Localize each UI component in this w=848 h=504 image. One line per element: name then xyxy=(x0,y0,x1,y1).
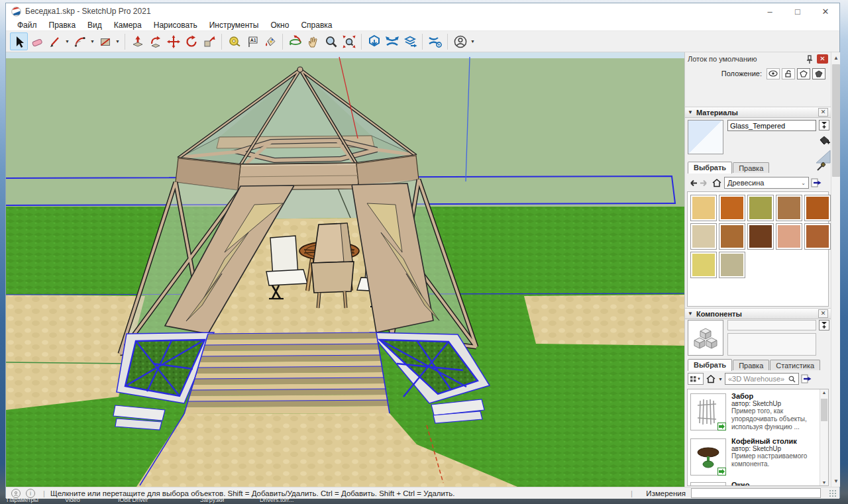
component-item-partial[interactable]: Окно xyxy=(690,481,820,486)
material-swatch[interactable] xyxy=(804,195,831,221)
material-swatch[interactable] xyxy=(690,223,717,250)
move-tool-button[interactable] xyxy=(164,32,182,50)
material-swatch[interactable] xyxy=(776,195,802,221)
materials-category-dropdown[interactable]: Древесина ⌄ xyxy=(724,177,809,189)
desktop-icon-label[interactable]: IObit Driver xyxy=(118,497,148,503)
scroll-up-icon[interactable]: ▲ xyxy=(820,390,828,395)
menu-view[interactable]: Вид xyxy=(81,21,108,30)
menu-camera[interactable]: Камера xyxy=(108,21,148,30)
details-arrow-icon[interactable] xyxy=(811,178,822,187)
tag-outline-button[interactable] xyxy=(797,68,810,79)
components-close-button[interactable]: ✕ xyxy=(818,309,828,318)
arc-tool-dropdown[interactable]: ▼ xyxy=(89,32,96,50)
minimize-button[interactable]: – xyxy=(756,3,784,19)
scroll-thumb[interactable] xyxy=(821,399,827,421)
arc-tool-button[interactable] xyxy=(71,32,89,50)
component-description-field[interactable] xyxy=(727,333,816,356)
hidden-toggle-button[interactable] xyxy=(767,68,780,79)
material-swatch[interactable] xyxy=(776,223,802,250)
zoom-tool-button[interactable] xyxy=(322,32,340,50)
component-item-coffee-table[interactable]: Кофейный столик автор: SketchUp Пример н… xyxy=(690,437,820,479)
resize-grip[interactable] xyxy=(829,489,837,497)
back-arrow-icon[interactable] xyxy=(688,179,698,187)
measurements-input[interactable] xyxy=(691,488,821,498)
account-dropdown[interactable]: ▼ xyxy=(469,32,476,50)
desktop-icon-label[interactable]: Drivers.torr... xyxy=(260,497,294,503)
sample-paint-eyedropper-button[interactable] xyxy=(815,161,827,173)
collapse-triangle-icon[interactable]: ▼ xyxy=(688,109,693,115)
forward-arrow-icon[interactable] xyxy=(700,179,710,187)
materials-close-button[interactable]: ✕ xyxy=(818,108,828,117)
text-tool-button[interactable]: A1 xyxy=(243,32,261,50)
component-item-fence[interactable]: Забор автор: SketchUp Пример того, как у… xyxy=(690,392,820,434)
lock-toggle-button[interactable] xyxy=(782,68,795,79)
share-model-button[interactable] xyxy=(383,32,401,50)
component-preview[interactable] xyxy=(688,320,723,356)
components-header[interactable]: ▼ Компоненты ✕ xyxy=(685,308,831,319)
paint-bucket-tool-button[interactable] xyxy=(261,32,279,50)
material-swatch[interactable] xyxy=(719,223,745,250)
material-swatch[interactable] xyxy=(747,195,774,221)
material-name-input[interactable] xyxy=(727,120,816,131)
menu-draw[interactable]: Нарисовать xyxy=(148,21,203,30)
pan-tool-button[interactable] xyxy=(304,32,322,50)
material-swatch[interactable] xyxy=(690,252,717,278)
scroll-down-icon[interactable]: ▼ xyxy=(820,480,828,485)
orbit-tool-button[interactable] xyxy=(286,32,304,50)
material-swatch[interactable] xyxy=(690,195,717,221)
scroll-up-icon[interactable]: ▲ xyxy=(832,54,840,62)
materials-header[interactable]: ▼ Материалы ✕ xyxy=(685,107,831,118)
desktop-icon-label[interactable]: Загрузки xyxy=(200,497,224,503)
material-swatch[interactable] xyxy=(804,223,831,250)
line-tool-dropdown[interactable]: ▼ xyxy=(64,32,71,50)
viewport-3d-scene[interactable] xyxy=(6,52,684,487)
tape-measure-tool-button[interactable] xyxy=(225,32,243,50)
view-options-button[interactable]: ▼ xyxy=(688,373,704,385)
zoom-extents-tool-button[interactable] xyxy=(340,32,358,50)
tray-scrollbar[interactable]: ▲ ▼ xyxy=(831,52,840,487)
menu-window[interactable]: Окно xyxy=(264,21,295,30)
entrance-steps[interactable] xyxy=(184,332,390,414)
account-button[interactable] xyxy=(451,32,469,50)
extension-warehouse-button[interactable] xyxy=(426,32,444,50)
material-swatch[interactable] xyxy=(719,195,745,221)
tag-filled-button[interactable] xyxy=(812,68,825,79)
material-swatch[interactable] xyxy=(747,223,774,250)
menu-tools[interactable]: Инструменты xyxy=(203,21,265,30)
desktop-icon-label[interactable]: Параметры xyxy=(7,497,38,503)
secondary-pane-button[interactable] xyxy=(819,320,829,330)
components-search-input[interactable]: «3D Warehouse» xyxy=(725,373,799,385)
send-to-layout-button[interactable] xyxy=(401,32,419,50)
scale-tool-button[interactable] xyxy=(200,32,218,50)
home-icon[interactable] xyxy=(712,178,722,187)
tray-header[interactable]: Лоток по умолчанию ✕ xyxy=(685,52,831,66)
collapse-triangle-icon[interactable]: ▼ xyxy=(688,311,693,317)
title-bar[interactable]: Беседка1.skp - SketchUp Pro 2021 – □ ✕ xyxy=(6,3,839,19)
push-pull-tool-button[interactable] xyxy=(129,32,146,50)
3d-warehouse-button[interactable] xyxy=(365,32,383,50)
rectangle-tool-dropdown[interactable]: ▼ xyxy=(114,32,121,50)
menu-edit[interactable]: Правка xyxy=(43,21,82,30)
rotate-tool-button[interactable] xyxy=(182,32,200,50)
material-swatch[interactable] xyxy=(719,252,745,278)
components-list-scrollbar[interactable]: ▲ ▼ xyxy=(820,389,828,485)
materials-tab-select[interactable]: Выбрать xyxy=(688,162,732,174)
scroll-down-icon[interactable]: ▼ xyxy=(832,477,840,485)
line-tool-button[interactable] xyxy=(46,32,64,50)
maximize-button[interactable]: □ xyxy=(784,3,812,19)
component-title[interactable]: Окно xyxy=(731,481,820,486)
home-icon[interactable] xyxy=(706,374,716,383)
details-arrow-icon[interactable] xyxy=(801,374,812,383)
search-icon[interactable] xyxy=(788,376,796,383)
materials-tab-edit[interactable]: Правка xyxy=(733,162,769,173)
create-material-button[interactable] xyxy=(818,134,831,146)
home-dropdown-icon[interactable]: ▼ xyxy=(718,377,723,381)
component-title[interactable]: Забор xyxy=(731,392,822,400)
close-button[interactable]: ✕ xyxy=(812,3,839,19)
menu-file[interactable]: Файл xyxy=(11,21,43,30)
rectangle-tool-button[interactable] xyxy=(96,32,114,50)
eraser-tool-button[interactable] xyxy=(28,32,46,50)
menu-help[interactable]: Справка xyxy=(295,21,338,30)
components-tab-stats[interactable]: Статистика xyxy=(770,360,820,370)
components-tab-select[interactable]: Выбрать xyxy=(688,359,732,371)
